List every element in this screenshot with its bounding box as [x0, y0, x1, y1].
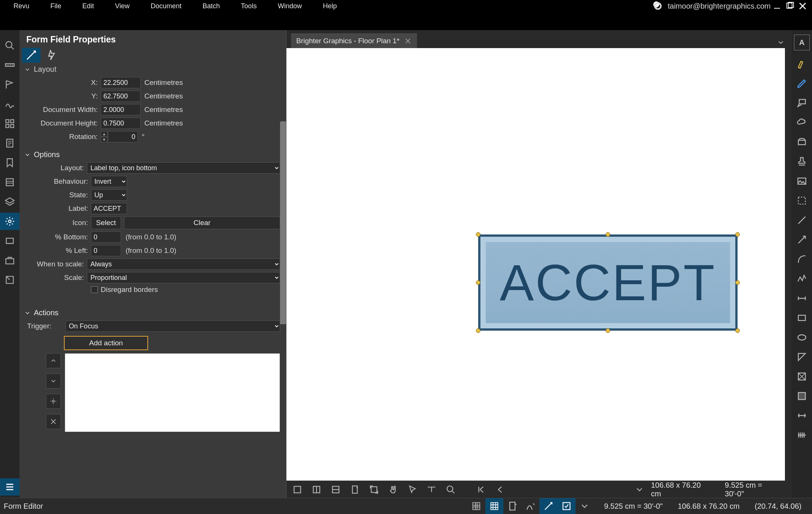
content-snap-icon[interactable] [503, 498, 521, 514]
measure-tool-icon[interactable] [792, 367, 812, 386]
arc-tool-icon[interactable] [792, 250, 812, 268]
document-tab[interactable]: Brighter Graphics - Floor Plan 1* [291, 33, 417, 48]
menu-tools[interactable]: Tools [230, 2, 267, 11]
section-layout[interactable]: Layout [20, 65, 286, 76]
search-icon[interactable] [0, 37, 20, 54]
zoom-tool-icon[interactable] [443, 482, 458, 497]
menu-file[interactable]: File [40, 2, 72, 11]
disregard-borders-checkbox[interactable] [91, 286, 98, 293]
pen-tool-icon[interactable] [792, 74, 812, 92]
minimize-button[interactable] [771, 0, 783, 12]
rotation-spin-up[interactable]: ▲ [101, 131, 108, 137]
doc-height-input[interactable] [101, 118, 141, 129]
volume-tool-icon[interactable] [792, 407, 812, 425]
line-tool-icon[interactable] [792, 211, 812, 229]
polyline-tool-icon[interactable] [792, 270, 812, 288]
stamp-tool-icon[interactable] [792, 153, 812, 171]
action-move-up[interactable] [46, 353, 61, 368]
selection-handle[interactable] [476, 280, 480, 285]
scale-select[interactable]: Proportional [87, 272, 280, 283]
state-select[interactable]: Up [91, 189, 127, 201]
y-input[interactable] [101, 91, 141, 102]
add-action-button[interactable]: Add action [64, 336, 148, 350]
selection-handle[interactable] [735, 232, 740, 237]
tab-actions[interactable] [42, 48, 61, 63]
menu-batch[interactable]: Batch [192, 2, 230, 11]
label-input[interactable] [91, 203, 127, 214]
menu-edit[interactable]: Edit [72, 2, 105, 11]
menu-revu[interactable]: Revu [3, 2, 40, 11]
document-icon[interactable] [0, 135, 20, 152]
snap-toggle-icon[interactable] [485, 498, 503, 514]
view-menu-icon[interactable] [632, 482, 647, 497]
document-canvas[interactable]: ACCEPT [286, 48, 785, 481]
ellipse-tool-icon[interactable] [792, 328, 812, 346]
tab-appearance[interactable] [22, 48, 41, 63]
text-box-tool-icon[interactable]: A [794, 35, 810, 50]
area-tool-icon[interactable] [792, 387, 812, 405]
view-split-v-icon[interactable] [309, 482, 324, 497]
rotation-spin-down[interactable]: ▼ [101, 137, 108, 142]
image-tool-icon[interactable] [792, 172, 812, 190]
callout-tool-icon[interactable] [792, 94, 812, 112]
menu-document[interactable]: Document [140, 2, 192, 11]
when-scale-select[interactable]: Always [87, 259, 280, 270]
user-account[interactable]: taimoor@brightergraphics.com [653, 1, 771, 11]
form-button-accept[interactable]: ACCEPT [478, 234, 738, 331]
polygon-tool-icon[interactable] [792, 348, 812, 366]
maximize-button[interactable] [783, 0, 796, 12]
marquee-tool-icon[interactable] [792, 192, 812, 210]
menu-help[interactable]: Help [312, 2, 347, 11]
select-tool-icon[interactable] [404, 482, 420, 497]
sets-icon[interactable] [0, 271, 20, 289]
links-icon[interactable] [0, 232, 20, 249]
dimension-tool-icon[interactable] [792, 289, 812, 307]
flag-icon[interactable] [0, 76, 20, 93]
markup-snap-icon[interactable] [521, 498, 539, 514]
properties-icon[interactable] [0, 213, 20, 230]
sync-toggle-icon[interactable] [557, 498, 576, 514]
section-options[interactable]: Options [20, 148, 286, 161]
pct-bottom-input[interactable] [91, 231, 121, 243]
icon-clear-button[interactable]: Clear [124, 216, 280, 229]
reuse-toggle-icon[interactable] [539, 498, 557, 514]
view-single-icon[interactable] [289, 482, 305, 497]
toolchest-icon[interactable] [0, 252, 20, 269]
page-layout-icon[interactable] [347, 482, 362, 497]
action-list[interactable] [65, 353, 280, 432]
rotation-input[interactable] [108, 131, 138, 142]
behaviour-select[interactable]: Invert [91, 176, 127, 187]
tab-overflow-icon[interactable] [777, 38, 785, 48]
first-page-icon[interactable] [473, 482, 489, 497]
x-input[interactable] [101, 77, 141, 88]
arrow-tool-icon[interactable] [792, 231, 812, 249]
action-settings[interactable] [46, 394, 61, 409]
snapshot-tool-icon[interactable] [792, 133, 812, 151]
ruler-icon[interactable] [0, 56, 20, 74]
status-overflow-icon[interactable] [576, 498, 594, 514]
tab-close-icon[interactable] [404, 37, 412, 45]
selection-handle[interactable] [606, 232, 610, 237]
signature-icon[interactable] [0, 95, 20, 113]
selection-handle[interactable] [735, 280, 740, 285]
menu-window[interactable]: Window [267, 2, 312, 11]
prev-page-icon[interactable] [492, 482, 508, 497]
action-move-down[interactable] [46, 373, 61, 389]
grid-toggle-icon[interactable] [467, 498, 485, 514]
action-delete[interactable] [46, 414, 61, 429]
pan-tool-icon[interactable] [385, 482, 401, 497]
selection-handle[interactable] [476, 232, 480, 237]
doc-width-input[interactable] [101, 104, 141, 115]
count-tool-icon[interactable] [792, 426, 812, 444]
pct-left-input[interactable] [91, 245, 121, 256]
rectangle-tool-icon[interactable] [792, 309, 812, 327]
selection-handle[interactable] [606, 328, 610, 333]
icon-select-button[interactable]: Select [91, 216, 121, 229]
panel-scrollbar[interactable] [280, 121, 286, 324]
thumbnails-icon[interactable] [0, 115, 20, 132]
highlight-tool-icon[interactable] [792, 55, 812, 73]
menu-view[interactable]: View [105, 2, 140, 11]
section-actions[interactable]: Actions [20, 306, 286, 319]
selection-handle[interactable] [476, 328, 480, 333]
layout-select[interactable]: Label top, icon bottom [87, 162, 280, 174]
